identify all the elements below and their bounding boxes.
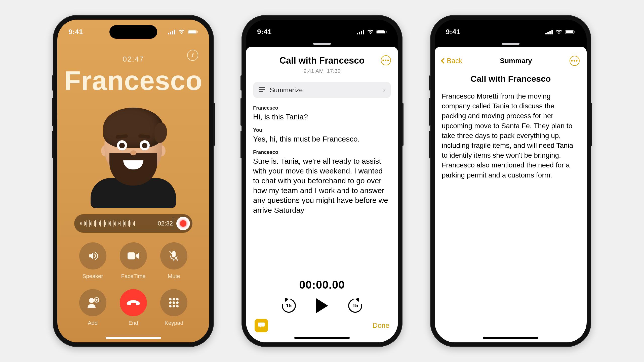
contact-avatar xyxy=(86,103,181,208)
svg-text:,,: ,, xyxy=(261,323,262,326)
svg-point-14 xyxy=(169,301,172,304)
action-button[interactable] xyxy=(52,131,53,158)
chevron-right-icon: › xyxy=(383,86,385,94)
svg-rect-0 xyxy=(168,33,169,34)
more-options-button[interactable]: ••• xyxy=(570,56,580,66)
summarize-icon xyxy=(259,87,265,93)
skip-seconds-label: 15 xyxy=(348,303,362,308)
svg-rect-7 xyxy=(128,252,135,259)
svg-rect-30 xyxy=(549,31,551,34)
call-duration: 02:47 xyxy=(57,55,209,63)
end-label: End xyxy=(128,320,138,326)
skip-back-15-button[interactable]: 15 xyxy=(282,299,296,313)
action-button[interactable] xyxy=(429,131,431,158)
svg-rect-29 xyxy=(547,32,549,34)
svg-point-19 xyxy=(176,305,179,307)
mute-button[interactable]: Mute xyxy=(154,242,194,280)
sheet-grabber[interactable] xyxy=(435,43,587,45)
status-time: 9:41 xyxy=(68,28,83,36)
svg-rect-31 xyxy=(551,30,553,34)
mute-icon xyxy=(168,250,179,262)
summary-heading: Call with Francesco xyxy=(442,74,580,84)
svg-point-9 xyxy=(89,298,94,303)
skip-forward-15-button[interactable]: 15 xyxy=(348,299,362,313)
phone-transcript-screen: 9:41 ••• Call with Francesco 9:41 AM 17:… xyxy=(242,15,403,347)
transcript-subtitle: 9:41 AM 17:32 xyxy=(253,68,391,74)
more-icon: ••• xyxy=(571,58,578,64)
volume-up-button[interactable] xyxy=(52,75,53,90)
speaker-label: Speaker xyxy=(83,273,103,280)
dynamic-island[interactable] xyxy=(298,25,346,39)
power-button[interactable] xyxy=(591,103,592,146)
svg-point-13 xyxy=(176,298,179,300)
transcript-scroll[interactable]: Francesco Hi, is this Tania? You Yes, hi… xyxy=(253,105,391,274)
add-call-button[interactable]: Add xyxy=(72,289,113,326)
recording-elapsed: 02:32 xyxy=(158,220,173,227)
nav-title: Summary xyxy=(500,57,532,65)
transcript-entry: Francesco Hi, is this Tania? xyxy=(253,105,391,122)
end-call-button[interactable]: End xyxy=(113,289,153,326)
svg-rect-2 xyxy=(172,31,173,34)
transcript-text: Sure is. Tania, we're all ready to assis… xyxy=(253,156,391,215)
transcript-speaker: You xyxy=(253,127,391,133)
phone-call-screen: 9:41 i 02 xyxy=(53,15,214,347)
summarize-label: Summarize xyxy=(270,86,379,94)
video-icon xyxy=(127,251,140,260)
play-button[interactable] xyxy=(316,298,328,313)
home-indicator[interactable] xyxy=(106,337,161,339)
volume-down-button[interactable] xyxy=(429,98,431,126)
status-time: 9:41 xyxy=(257,28,272,36)
power-button[interactable] xyxy=(402,103,404,146)
speaker-button[interactable]: Speaker xyxy=(72,242,113,280)
quote-button[interactable]: ,, xyxy=(255,319,268,332)
quote-icon: ,, xyxy=(258,322,265,329)
volume-down-button[interactable] xyxy=(240,98,242,126)
home-indicator[interactable] xyxy=(483,337,538,339)
svg-point-15 xyxy=(173,301,175,304)
dynamic-island[interactable] xyxy=(109,25,157,39)
battery-icon xyxy=(565,29,576,34)
volume-up-button[interactable] xyxy=(240,75,242,90)
sheet-grabber[interactable] xyxy=(246,43,398,45)
battery-icon xyxy=(188,29,198,34)
status-time: 9:41 xyxy=(446,28,460,36)
svg-rect-23 xyxy=(363,30,364,34)
back-label: Back xyxy=(447,57,462,65)
svg-rect-1 xyxy=(170,32,171,34)
dynamic-island[interactable] xyxy=(487,25,535,39)
recording-bar: 02:32 xyxy=(74,214,192,233)
caller-name: Francesco xyxy=(57,65,209,96)
facetime-button[interactable]: FaceTime xyxy=(113,242,153,280)
svg-rect-33 xyxy=(566,30,573,33)
volume-down-button[interactable] xyxy=(52,98,53,126)
wifi-icon xyxy=(178,29,185,34)
svg-point-18 xyxy=(173,305,175,307)
waveform xyxy=(80,220,156,227)
volume-up-button[interactable] xyxy=(429,75,431,90)
cellular-signal-icon xyxy=(168,29,176,34)
mute-label: Mute xyxy=(168,273,180,280)
transcript-text: Hi, is this Tania? xyxy=(253,112,391,122)
summarize-button[interactable]: Summarize › xyxy=(253,82,391,98)
back-button[interactable]: Back xyxy=(442,57,462,65)
svg-point-11 xyxy=(169,298,172,300)
more-options-button[interactable]: ••• xyxy=(381,55,391,65)
add-person-icon xyxy=(87,297,99,308)
keypad-button[interactable]: Keypad xyxy=(154,289,194,326)
home-indicator[interactable] xyxy=(294,337,350,339)
facetime-label: FaceTime xyxy=(121,273,146,280)
keypad-icon xyxy=(168,297,179,308)
phone-summary-screen: 9:41 Back Summary xyxy=(430,15,591,347)
cellular-signal-icon xyxy=(357,29,364,34)
playback-time: 00:00.00 xyxy=(253,279,391,291)
power-button[interactable] xyxy=(213,103,215,146)
action-button[interactable] xyxy=(240,131,242,158)
skip-seconds-label: 15 xyxy=(282,303,296,308)
svg-point-12 xyxy=(173,298,175,300)
svg-rect-26 xyxy=(386,31,387,33)
done-button[interactable]: Done xyxy=(373,322,389,330)
svg-rect-28 xyxy=(545,33,547,34)
more-icon: ••• xyxy=(382,57,389,64)
svg-point-16 xyxy=(176,301,179,304)
stop-recording-button[interactable] xyxy=(176,217,190,230)
